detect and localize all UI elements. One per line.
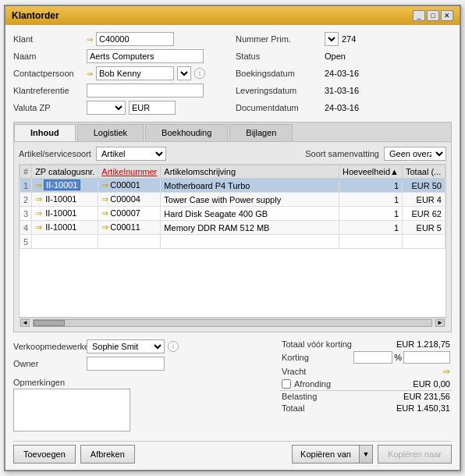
row-omschrijving: Hard Disk Seagate 400 GB	[161, 207, 339, 221]
window-body: Klant ⇒ Naam Contactpersoon ⇒ i Klantref…	[5, 25, 460, 470]
bottom-right: Totaal vóór korting EUR 1.218,75 Korting…	[280, 339, 452, 433]
klant-arrow-icon: ⇒	[87, 35, 93, 44]
left-column: Klant ⇒ Naam Contactpersoon ⇒ i Klantref…	[13, 31, 229, 115]
row-hoeveelheid: 1	[339, 179, 402, 193]
klant-input[interactable]	[96, 32, 174, 46]
table-row[interactable]: 2⇒II-10001⇒C00004Tower Case with Power s…	[20, 193, 445, 207]
row-artikel: ⇒C00004	[98, 193, 161, 207]
table-row[interactable]: 5	[20, 235, 445, 249]
col-artikelomschrijving[interactable]: Artikelomschrijving	[161, 165, 339, 179]
minimize-button[interactable]: _	[413, 10, 425, 21]
totaal-voor-korting-value: EUR 1.218,75	[388, 339, 450, 349]
status-row: Status Open	[236, 48, 452, 64]
bottom-left: Verkoopmedewerker Sophie Smit i Owner Op…	[13, 339, 274, 433]
vracht-row: Vracht ⇒	[280, 365, 452, 378]
verkoop-dropdown[interactable]: Sophie Smit	[87, 339, 165, 353]
kopieren-van-dropdown-arrow[interactable]: ▼	[359, 445, 373, 464]
row-totaal	[403, 235, 445, 249]
title-bar: Klantorder _ □ ✕	[5, 6, 460, 25]
afbreken-button[interactable]: Afbreken	[80, 445, 135, 464]
scroll-thumb[interactable]	[34, 320, 65, 326]
nummer-row: Nummer Prim. 274	[236, 31, 452, 47]
tab-bijlagen[interactable]: Bijlagen	[229, 124, 293, 141]
leveringsdatum-value: 31-03-16	[325, 86, 359, 95]
afronding-check-area: Afronding	[282, 379, 331, 389]
tab-content-inhoud: Artikel/servicesoort Artikel Soort samen…	[14, 142, 451, 332]
scroll-track[interactable]	[33, 319, 432, 327]
totaal-label: Totaal	[282, 403, 304, 413]
klantreferentie-label: Klantreferentie	[13, 86, 83, 95]
artikel-service-dropdown[interactable]: Artikel	[96, 147, 166, 161]
kopieren-van-button[interactable]: Kopiëren van	[292, 445, 359, 464]
row-artikel: ⇒C00007	[98, 207, 161, 221]
table-row[interactable]: 4⇒II-10001⇒C00011Memory DDR RAM 512 MB1E…	[20, 221, 445, 235]
contactpersoon-dropdown[interactable]	[177, 66, 191, 80]
owner-row: Owner	[13, 356, 274, 371]
tabs-header: Inhoud Logistiek Boekhouding Bijlagen	[14, 123, 451, 142]
title-bar-buttons: _ □ ✕	[413, 10, 453, 21]
order-table: # ZP catalogusnr. Artikelnummer Artikelo…	[20, 165, 445, 249]
artikel-service-label: Artikel/servicesoort	[19, 149, 91, 158]
verkoop-info-icon[interactable]: i	[168, 341, 179, 352]
soort-samenvatting-label: Soort samenvatting	[305, 149, 379, 158]
kopieren-naar-button[interactable]: Kopiëren naar	[378, 445, 452, 464]
row-totaal: EUR 50	[403, 179, 445, 193]
soort-samenvatting-dropdown[interactable]: Geen overz.	[384, 147, 446, 161]
contactpersoon-input[interactable]	[96, 66, 174, 80]
leveringsdatum-label: Leveringsdatum	[236, 86, 321, 95]
close-button[interactable]: ✕	[441, 10, 453, 21]
tab-logistiek[interactable]: Logistiek	[77, 124, 144, 141]
korting-pct-input[interactable]	[353, 351, 392, 364]
afronding-checkbox[interactable]	[282, 379, 291, 389]
col-hoeveelheid[interactable]: Hoeveelheid▲	[339, 165, 402, 179]
belasting-row: Belasting EUR 231,56	[280, 390, 452, 402]
owner-input[interactable]	[87, 357, 165, 371]
owner-label: Owner	[13, 359, 83, 368]
opmerking-textarea[interactable]	[13, 389, 130, 432]
contactpersoon-arrow-icon: ⇒	[87, 69, 93, 78]
scroll-right-btn[interactable]: ►	[435, 319, 445, 327]
contactpersoon-info-icon[interactable]: i	[194, 68, 205, 79]
nummer-dropdown[interactable]	[325, 32, 339, 46]
vracht-label: Vracht	[282, 367, 306, 376]
col-totaal[interactable]: Totaal (...	[403, 165, 445, 179]
filter-row: Artikel/servicesoort Artikel Soort samen…	[19, 147, 446, 161]
maximize-button[interactable]: □	[427, 10, 439, 21]
row-num: 2	[20, 193, 32, 207]
valuta-row: Valuta ZP	[13, 100, 229, 115]
klantreferentie-input[interactable]	[87, 83, 204, 98]
boekingsdatum-row: Boekingsdatum 24-03-16	[236, 66, 452, 81]
row-zp: ⇒II-10001	[32, 193, 98, 207]
toevoegen-button[interactable]: Toevoegen	[13, 445, 76, 464]
naam-input[interactable]	[87, 49, 204, 63]
scroll-left-btn[interactable]: ◄	[20, 319, 30, 327]
valuta-input[interactable]	[129, 101, 176, 115]
valuta-dropdown[interactable]	[87, 101, 126, 115]
col-artikelnummer[interactable]: Artikelnummer	[98, 165, 161, 179]
horizontal-scrollbar[interactable]: ◄ ►	[19, 318, 446, 327]
row-totaal: EUR 4	[403, 193, 445, 207]
table-row[interactable]: 3⇒II-10001⇒C00007Hard Disk Seagate 400 G…	[20, 207, 445, 221]
row-totaal: EUR 5	[403, 221, 445, 235]
korting-row: Korting %	[280, 350, 452, 364]
valuta-label: Valuta ZP	[13, 103, 83, 112]
row-artikel: ⇒C00011	[98, 221, 161, 235]
verkoop-label: Verkoopmedewerker	[13, 342, 83, 351]
row-artikel	[98, 235, 161, 249]
tabs-area: Inhoud Logistiek Boekhouding Bijlagen Ar…	[13, 122, 452, 332]
row-totaal: EUR 62	[403, 207, 445, 221]
afronding-value: EUR 0,00	[388, 379, 450, 389]
tab-boekhouding[interactable]: Boekhouding	[145, 124, 228, 141]
row-num: 4	[20, 221, 32, 235]
korting-value-input[interactable]	[403, 351, 450, 364]
documentdatum-label: Documentdatum	[236, 103, 321, 112]
tab-inhoud[interactable]: Inhoud	[14, 124, 76, 141]
row-zp: ⇒II-10001	[32, 207, 98, 221]
table-row[interactable]: 1⇒II-10001⇒C00001Motherboard P4 Turbo1EU…	[20, 179, 445, 193]
col-zp-catalogusnr[interactable]: ZP catalogusnr.	[32, 165, 98, 179]
col-hash: #	[20, 165, 32, 179]
totaal-value: EUR 1.450,31	[388, 403, 450, 413]
button-bar: Toevoegen Afbreken Kopiëren van ▼ Kopiër…	[13, 441, 452, 464]
bottom-section: Verkoopmedewerker Sophie Smit i Owner Op…	[13, 339, 452, 433]
order-table-container: # ZP catalogusnr. Artikelnummer Artikelo…	[19, 164, 446, 318]
